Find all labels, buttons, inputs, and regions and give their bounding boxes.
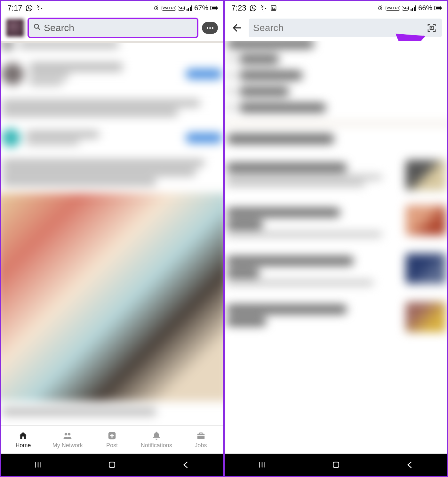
svg-rect-11 bbox=[333, 462, 339, 468]
messages-icon[interactable] bbox=[202, 22, 218, 34]
tab-notifications[interactable]: Notifications bbox=[134, 426, 179, 454]
tab-jobs[interactable]: Jobs bbox=[179, 426, 223, 454]
tab-label: Home bbox=[15, 442, 31, 449]
tab-post[interactable]: Post bbox=[90, 426, 134, 454]
nav-back[interactable] bbox=[403, 458, 417, 472]
nav-recents[interactable] bbox=[31, 458, 45, 472]
qr-scan-icon[interactable] bbox=[426, 22, 437, 34]
svg-point-3 bbox=[68, 433, 71, 436]
bell-icon bbox=[150, 431, 163, 441]
feed bbox=[1, 43, 223, 425]
tab-label: Post bbox=[106, 442, 118, 449]
search-input[interactable]: Search bbox=[28, 19, 197, 37]
phone-left: 7:17 VoLTE1 5G 67% bbox=[1, 1, 223, 476]
tab-home[interactable]: Home bbox=[1, 426, 45, 454]
signal-bars-icon bbox=[411, 5, 416, 11]
battery-icon bbox=[210, 6, 217, 10]
battery-icon bbox=[434, 6, 441, 10]
signal-bars-icon bbox=[187, 5, 192, 11]
briefcase-icon bbox=[195, 431, 207, 441]
home-icon bbox=[17, 431, 29, 441]
android-nav-bar bbox=[1, 454, 223, 476]
tab-label: My Network bbox=[52, 442, 83, 449]
svg-point-7 bbox=[272, 7, 273, 8]
post-icon bbox=[106, 431, 118, 441]
battery-percent: 67% bbox=[194, 4, 208, 12]
search-header: Search bbox=[225, 15, 447, 41]
alarm-icon bbox=[153, 4, 160, 12]
missed-call-icon bbox=[260, 4, 267, 12]
tab-label: Jobs bbox=[195, 442, 207, 449]
tab-network[interactable]: My Network bbox=[45, 426, 90, 454]
gallery-icon bbox=[270, 4, 277, 12]
5g-badge: 5G bbox=[178, 6, 185, 11]
status-time: 7:17 bbox=[7, 4, 22, 12]
search-placeholder: Search bbox=[44, 22, 74, 33]
svg-rect-10 bbox=[431, 27, 432, 28]
search-icon bbox=[33, 22, 41, 33]
volte-badge: VoLTE1 bbox=[162, 6, 176, 11]
android-nav-bar bbox=[225, 454, 447, 476]
svg-rect-6 bbox=[271, 6, 276, 11]
nav-home[interactable] bbox=[329, 458, 343, 472]
whatsapp-icon bbox=[250, 4, 257, 12]
battery-percent: 66% bbox=[418, 4, 432, 12]
svg-point-2 bbox=[65, 433, 68, 436]
alarm-icon bbox=[377, 4, 384, 12]
volte-badge: VoLTE1 bbox=[386, 6, 400, 11]
whatsapp-icon bbox=[26, 4, 33, 12]
separator bbox=[1, 41, 223, 43]
nav-home[interactable] bbox=[105, 458, 119, 472]
search-placeholder: Search bbox=[253, 22, 284, 33]
status-time: 7:23 bbox=[231, 4, 246, 12]
network-icon bbox=[61, 431, 74, 441]
phone-right: 7:23 VoLTE1 5G 66% bbox=[225, 1, 447, 476]
status-bar: 7:23 VoLTE1 5G 66% bbox=[225, 1, 447, 15]
nav-back[interactable] bbox=[179, 458, 193, 472]
search-suggestions bbox=[225, 41, 447, 454]
tab-label: Notifications bbox=[141, 442, 172, 449]
nav-recents[interactable] bbox=[255, 458, 269, 472]
app-header: Search bbox=[1, 15, 223, 41]
profile-avatar[interactable] bbox=[6, 19, 24, 37]
5g-badge: 5G bbox=[402, 6, 409, 11]
search-input[interactable]: Search bbox=[249, 19, 442, 37]
svg-rect-5 bbox=[109, 462, 115, 468]
status-bar: 7:17 VoLTE1 5G 67% bbox=[1, 1, 223, 15]
back-button[interactable] bbox=[230, 21, 244, 35]
bottom-tab-bar: Home My Network Post Notifications bbox=[1, 425, 223, 454]
missed-call-icon bbox=[36, 4, 43, 12]
